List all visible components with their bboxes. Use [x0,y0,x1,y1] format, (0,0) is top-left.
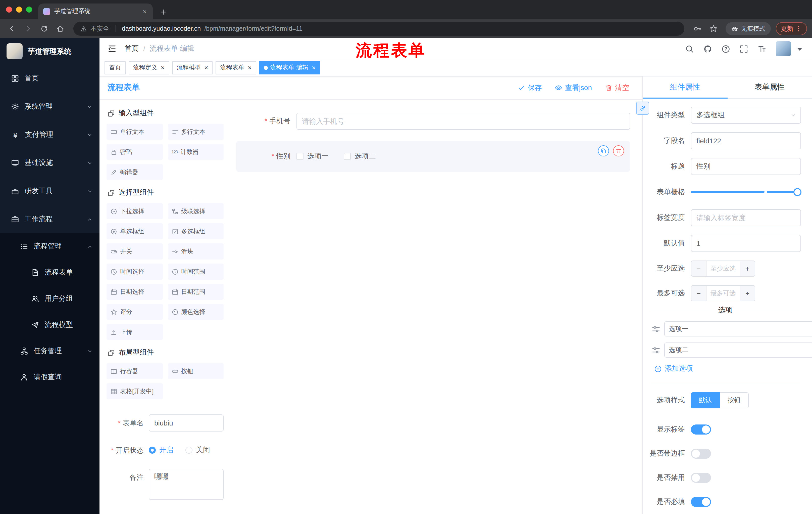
checkbox-icon[interactable] [344,153,351,160]
palette-item-editor[interactable]: 编辑器 [107,164,163,180]
sidebar-item-user-groups[interactable]: 用户分组 [0,286,99,312]
close-icon[interactable]: × [248,64,252,71]
palette-item-password[interactable]: 密码 [107,144,163,160]
close-window-button[interactable] [6,6,12,12]
save-button[interactable]: 保存 [518,83,542,92]
palette-item-switch[interactable]: 开关 [107,243,163,260]
user-avatar[interactable] [776,41,791,56]
tag-home[interactable]: 首页 [105,61,126,74]
palette-item-color-picker[interactable]: 颜色选择 [168,304,224,320]
tab-component-props[interactable]: 组件属性 [643,77,727,98]
form-grid-slider[interactable] [691,184,801,201]
forward-button[interactable] [21,22,35,36]
decrease-button[interactable]: − [691,286,706,301]
palette-item-row-container[interactable]: 行容器 [107,363,163,379]
clear-button[interactable]: 清空 [605,83,629,92]
slider-track[interactable] [691,191,801,193]
phone-input[interactable] [296,113,630,130]
required-toggle[interactable] [691,497,711,507]
password-key-icon[interactable] [690,22,704,36]
increase-button[interactable]: + [740,286,755,301]
border-toggle[interactable] [691,449,711,459]
palette-item-counter[interactable]: 123计数器 [168,144,224,160]
option-label-input[interactable] [664,321,812,336]
address-bar[interactable]: 不安全 dashboard.yudao.iocoder.cn/bpm/manag… [74,22,685,36]
sidebar-item-system[interactable]: 系统管理 [0,92,99,121]
drag-handle-icon[interactable] [652,325,660,333]
palette-item-multi-line-text[interactable]: 多行文本 [168,124,224,140]
sidebar-item-leave-query[interactable]: 请假查询 [0,364,99,390]
sidebar-fold-icon[interactable] [108,44,117,53]
palette-item-radio-group[interactable]: 单选框组 [107,223,163,239]
link-button[interactable] [636,102,649,115]
sidebar-item-process-form[interactable]: 流程表单 [0,260,99,286]
decrease-button[interactable]: − [691,261,706,276]
palette-item-time-picker[interactable]: 时间选择 [107,264,163,280]
checkbox-option-2[interactable]: 选项二 [344,152,376,161]
title-input[interactable] [691,158,801,175]
form-name-input[interactable] [149,414,224,432]
palette-item-button[interactable]: 按钮 [168,363,224,379]
palette-item-select[interactable]: 下拉选择 [107,203,163,219]
tag-process-form[interactable]: 流程表单× [215,61,256,74]
status-on-radio[interactable]: 开启 [149,445,173,455]
style-button-button[interactable]: 按钮 [720,392,749,408]
style-default-button[interactable]: 默认 [691,392,720,408]
palette-item-cascader[interactable]: 级联选择 [168,203,224,219]
close-icon[interactable]: × [161,64,165,71]
phone-field-row[interactable]: 手机号 [236,113,630,130]
palette-item-upload[interactable]: 上传 [107,324,163,340]
sidebar-item-process-management[interactable]: 流程管理 [0,233,99,260]
copy-field-button[interactable] [598,145,609,156]
palette-item-single-line-text[interactable]: 单行文本 [107,124,163,140]
tag-process-form-edit[interactable]: 流程表单-编辑× [259,61,320,74]
browser-tab[interactable]: 芋道管理系统 × [38,3,153,19]
palette-item-rate[interactable]: 评分 [107,304,163,320]
tag-process-model[interactable]: 流程模型× [172,61,212,74]
max-select-value[interactable]: 最多可选 [706,286,740,301]
palette-item-table[interactable]: 表格[开发中] [107,383,163,399]
browser-update-button[interactable]: 更新 [776,22,807,35]
drag-handle-icon[interactable] [652,346,660,354]
form-remark-textarea[interactable]: 嘿嘿 [149,469,224,500]
minimize-window-button[interactable] [16,6,22,12]
sidebar-item-devtools[interactable]: 研发工具 [0,177,99,205]
gender-field-row[interactable]: 性别 选项一 选项二 [236,152,630,161]
palette-item-date-picker[interactable]: 日期选择 [107,283,163,300]
palette-item-slider[interactable]: 滑块 [168,243,224,260]
sidebar-item-home[interactable]: 首页 [0,64,99,92]
increase-button[interactable]: + [740,261,755,276]
caret-down-icon[interactable] [795,45,804,53]
security-label[interactable]: 不安全 [90,24,109,33]
checkbox-option-1[interactable]: 选项一 [296,152,329,161]
window-controls[interactable] [6,6,32,12]
palette-item-checkbox-group[interactable]: 多选框组 [168,223,224,239]
sidebar-item-workflow[interactable]: 工作流程 [0,205,99,233]
back-button[interactable] [5,22,19,36]
view-json-button[interactable]: 查看json [555,83,592,92]
add-option-button[interactable]: 添加选项 [654,363,801,374]
min-select-value[interactable]: 至少应选 [706,261,740,276]
github-icon[interactable] [703,45,712,53]
close-icon[interactable]: × [204,64,208,71]
show-label-toggle[interactable] [691,425,711,435]
disabled-toggle[interactable] [691,473,711,483]
option-label-input[interactable] [664,343,812,358]
component-type-select[interactable] [691,107,801,124]
close-icon[interactable]: × [312,64,316,71]
status-off-radio[interactable]: 关闭 [185,445,210,455]
breadcrumb-home[interactable]: 首页 [125,44,139,53]
sidebar-item-payment[interactable]: ¥ 支付管理 [0,121,99,149]
new-tab-button[interactable] [160,8,167,16]
font-size-icon[interactable] [758,45,766,53]
selected-field-block[interactable]: 性别 选项一 选项二 [236,141,630,172]
home-button[interactable] [53,22,67,36]
form-canvas[interactable]: 手机号 性别 [230,100,642,514]
tab-close-icon[interactable]: × [142,7,148,16]
delete-field-button[interactable] [613,145,624,156]
sidebar-item-task-management[interactable]: 任务管理 [0,338,99,364]
palette-item-date-range[interactable]: 日期范围 [168,283,224,300]
label-width-input[interactable] [691,209,801,226]
fullscreen-icon[interactable] [740,45,748,53]
tab-form-props[interactable]: 表单属性 [727,77,812,98]
